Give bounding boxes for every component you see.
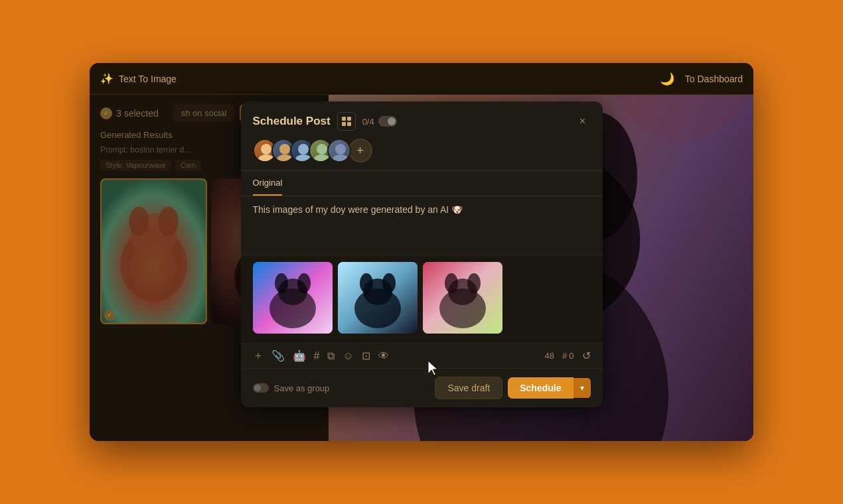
hashtag-symbol: # [562,351,567,361]
avatar-5[interactable] [327,139,351,162]
modal-image-1[interactable] [253,262,333,334]
svg-point-18 [261,144,271,155]
modal-title: Schedule Post [253,115,331,128]
svg-point-42 [467,273,481,293]
modal-overlay: Schedule Post 0/4 [90,95,753,441]
grid-dot-1 [342,117,346,121]
save-as-group-wrap: Save as group [253,383,330,393]
grid-dot-2 [347,117,351,121]
schedule-post-modal: Schedule Post 0/4 [241,101,603,407]
app-title: Text To Image [119,74,177,84]
ai-icon[interactable]: 🤖 [293,349,306,362]
image-icon[interactable]: ⊡ [362,349,370,362]
svg-point-19 [258,155,274,162]
magic-wand-icon: ✨ [100,72,114,85]
modal-footer: Save as group Save draft Schedule ▾ [241,368,603,407]
svg-point-32 [297,273,311,293]
schedule-button-group: Schedule ▾ [508,377,590,399]
save-group-toggle[interactable] [253,383,269,393]
toggle-knob [388,117,396,125]
title-bar: ✨ Text To Image 🌙 To Dashboard [90,63,753,95]
preview-icon[interactable]: 👁 [378,350,389,362]
modal-title-group: Schedule Post 0/4 [253,112,397,131]
svg-point-20 [279,144,290,155]
modal-image-strip [241,255,603,343]
save-toggle-knob [254,385,261,391]
svg-point-27 [333,155,348,162]
hashtag-icon[interactable]: # [314,350,320,362]
counter-group: 0/4 [362,116,397,127]
svg-point-24 [317,144,327,155]
close-button[interactable]: × [575,113,591,129]
modal-title-row: Schedule Post 0/4 [253,112,591,131]
add-media-icon[interactable]: ＋ [253,349,264,363]
grid-dots [342,117,351,126]
attachment-icon[interactable]: 📎 [271,349,285,362]
svg-point-23 [295,155,311,162]
post-content-textarea[interactable] [253,204,591,244]
svg-point-22 [298,144,309,155]
svg-point-25 [314,155,330,162]
svg-point-41 [445,273,458,293]
to-dashboard-button[interactable]: To Dashboard [685,74,743,84]
undo-icon[interactable]: ↺ [582,349,591,362]
avatar-row: + [253,139,591,162]
svg-point-37 [382,273,396,293]
title-bar-right: 🌙 To Dashboard [660,72,743,86]
add-icon: + [356,144,364,158]
modal-header: Schedule Post 0/4 [241,101,603,171]
modal-image-3[interactable] [423,262,502,334]
content-area: ✓ 3 selected sh on social Open in Editor… [90,95,753,441]
grid-dot-3 [342,122,346,126]
hashtag-count-value: 0 [569,351,574,361]
footer-buttons: Save draft Schedule ▾ [435,377,590,399]
emoji-icon[interactable]: ☺ [343,350,353,362]
hashtag-count: # 0 [562,351,574,361]
tab-original[interactable]: Original [253,171,283,196]
title-bar-left: ✨ Text To Image [100,72,177,85]
svg-point-31 [275,273,288,293]
save-draft-button[interactable]: Save draft [435,377,502,399]
svg-point-36 [360,273,373,293]
character-count: 48 [545,351,554,361]
grid-view-icon[interactable] [337,112,356,131]
save-group-label: Save as group [274,383,330,393]
post-counter: 0/4 [362,117,374,127]
svg-point-26 [335,144,346,155]
layers-icon[interactable]: ⧉ [327,350,335,362]
grid-dot-4 [347,122,351,126]
svg-point-21 [277,155,293,162]
schedule-dropdown-button[interactable]: ▾ [574,378,591,398]
schedule-button[interactable]: Schedule [508,377,573,399]
toggle-switch[interactable] [378,116,397,127]
add-account-button[interactable]: + [348,139,372,162]
modal-toolbar: ＋ 📎 🤖 # ⧉ ☺ ⊡ 👁 48 # 0 ↺ [241,343,603,368]
app-window: ✨ Text To Image 🌙 To Dashboard ✓ 3 selec… [90,63,753,441]
modal-textarea-wrap [241,196,603,255]
modal-image-2[interactable] [338,262,418,334]
theme-toggle-icon[interactable]: 🌙 [660,72,674,86]
modal-tabs: Original [241,171,603,196]
